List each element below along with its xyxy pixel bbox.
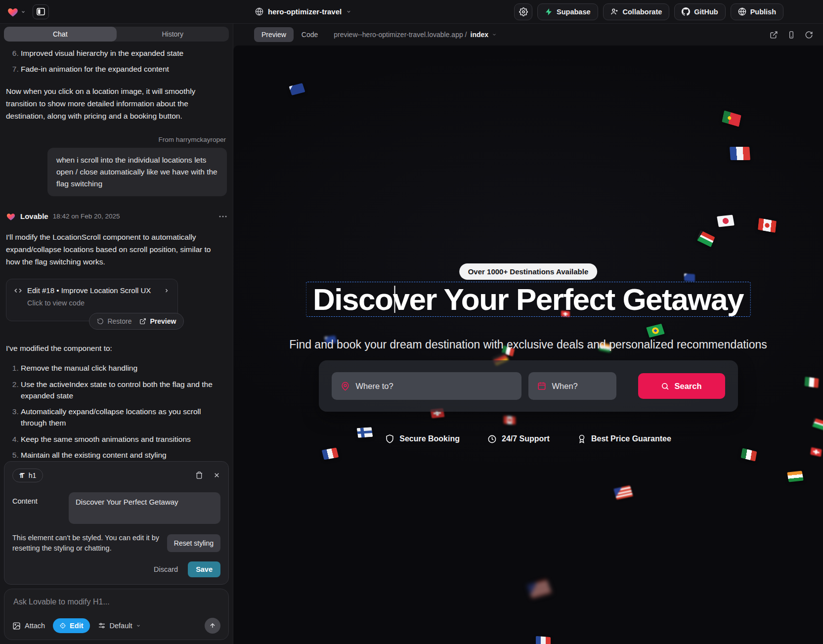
project-selector[interactable]: hero-optimizer-travel [255,0,351,23]
publish-button[interactable]: Publish [731,3,783,20]
search-button[interactable]: Search [638,373,725,399]
external-link-icon [139,318,146,325]
flag-au-icon [289,83,305,95]
supabase-bolt-icon [545,8,553,16]
mobile-view-icon[interactable] [787,31,795,39]
publish-label: Publish [750,8,776,16]
flag-nz-icon [684,273,695,282]
list-item: Use the activeIndex state to control bot… [21,379,227,402]
flag-br-icon [646,324,665,338]
tab-preview[interactable]: Preview [254,27,294,42]
restore-button[interactable]: Restore [97,317,131,325]
flag-ch-icon [810,447,822,457]
assistant-notes-list: Improved visual hierarchy in the expande… [6,47,227,75]
assistant-name: Lovable [20,212,48,220]
chevron-down-icon [136,623,141,628]
list-item: Fade-in animation for the expanded conte… [21,63,227,75]
list-item: Keep the same smooth animations and tran… [21,433,227,445]
assistant-message-header: Lovable 18:42 on Feb 20, 2025 [6,212,227,221]
flag-mx-icon [804,377,819,388]
edit-card-title: Edit #18 • Improve Location Scroll UX [27,286,151,295]
open-external-icon[interactable] [770,31,778,39]
edit-card-wrapper: Edit #18 • Improve Location Scroll UX Cl… [6,279,178,321]
where-to-input[interactable]: Where to? [332,372,521,400]
lovable-app: hero-optimizer-travel Supabase [0,0,823,644]
refresh-icon[interactable] [805,31,813,39]
lovable-logo-menu[interactable] [7,6,26,17]
list-item: Remove the manual click handling [21,362,227,374]
default-mode-label: Default [110,622,132,630]
attach-label: Attach [25,622,45,630]
element-editor-panel: TT h1 Content Discover Your Perfect [4,461,229,585]
preview-url[interactable]: preview--hero-optimizer-travel.lovable.a… [334,31,497,39]
discard-button[interactable]: Discard [154,565,178,573]
attach-button[interactable]: Attach [12,622,45,630]
feature-secure-booking: Secure Booking [385,434,460,444]
more-menu-button[interactable] [219,215,227,217]
content-label: Content [12,492,62,524]
flag-us-icon [527,579,552,599]
hero-title[interactable]: Discover Your Perfect Getaway [313,283,743,315]
preview-pane: Preview Code preview--hero-optimizer-tra… [233,24,823,644]
chevron-right-icon [164,288,170,294]
flag-jp-icon [717,215,735,227]
restore-preview-pill: Restore Preview [89,313,184,330]
chat-sidebar: Chat History Improved visual hierarchy i… [0,24,233,644]
text-caret [394,286,395,313]
chat-input-panel: Attach Edit Default [4,589,229,640]
flag-mx-icon [741,448,757,462]
preview-edit-button[interactable]: Preview [139,317,176,325]
magnifier-icon [661,382,669,390]
content-textarea[interactable]: Discover Your Perfect Getaway [69,492,220,524]
user-message-bubble: when i scroll into the individual locati… [47,148,227,196]
reset-styling-button[interactable]: Reset styling [167,534,220,552]
close-icon[interactable] [213,472,220,479]
modified-list: Remove the manual click handling Use the… [6,362,227,459]
where-placeholder: Where to? [356,382,393,391]
preview-label: Preview [150,317,176,325]
settings-button[interactable] [514,3,532,20]
edit-mode-label: Edit [70,622,83,630]
edit-mode-button[interactable]: Edit [53,618,89,633]
feature-support: 24/7 Support [487,434,550,444]
restore-label: Restore [107,317,131,325]
flag-ca-icon [504,416,516,425]
tab-chat[interactable]: Chat [4,27,117,42]
chat-scroll-area[interactable]: Improved visual hierarchy in the expande… [0,44,233,459]
github-button[interactable]: GitHub [674,3,725,20]
element-tag-pill: TT h1 [12,469,43,482]
hero-subtitle: Find and book your dream destination wit… [233,338,823,351]
flag-fr-icon [536,636,551,644]
default-mode-button[interactable]: Default [98,622,141,630]
sliders-icon [98,622,106,629]
trash-icon[interactable] [195,471,203,479]
award-icon [577,434,586,444]
tab-history[interactable]: History [117,27,229,42]
chevron-down-icon [21,9,26,14]
styling-note: This element can't be styled. You can ed… [12,533,160,555]
send-button[interactable] [205,618,220,634]
collaborate-button[interactable]: Collaborate [603,3,670,20]
chevron-down-icon [492,32,497,37]
when-placeholder: When? [552,382,578,391]
undo-icon [97,318,104,325]
when-input[interactable]: When? [528,372,616,400]
modified-heading: I've modified the component to: [6,342,227,354]
sidebar-toggle-button[interactable] [33,4,49,19]
message-author-label: From harrymckayroper [7,136,226,143]
calendar-icon [537,382,546,390]
flag-us-icon [613,485,633,500]
assistant-intro: I'll modify the LocationScroll component… [6,231,227,268]
user-plus-icon [610,7,619,16]
save-button[interactable]: Save [188,561,220,577]
element-tag-label: h1 [29,472,37,479]
github-label: GitHub [694,8,718,16]
tab-code[interactable]: Code [296,27,324,42]
supabase-button[interactable]: Supabase [537,3,598,20]
url-page: index [471,31,489,39]
collaborate-label: Collaborate [623,8,662,16]
preview-toolbar: Preview Code preview--hero-optimizer-tra… [233,24,823,45]
ask-lovable-input[interactable] [12,597,220,607]
assistant-paragraph: Now when you click on a location image, … [6,85,227,122]
list-item: Automatically expand/collapse locations … [21,406,227,429]
